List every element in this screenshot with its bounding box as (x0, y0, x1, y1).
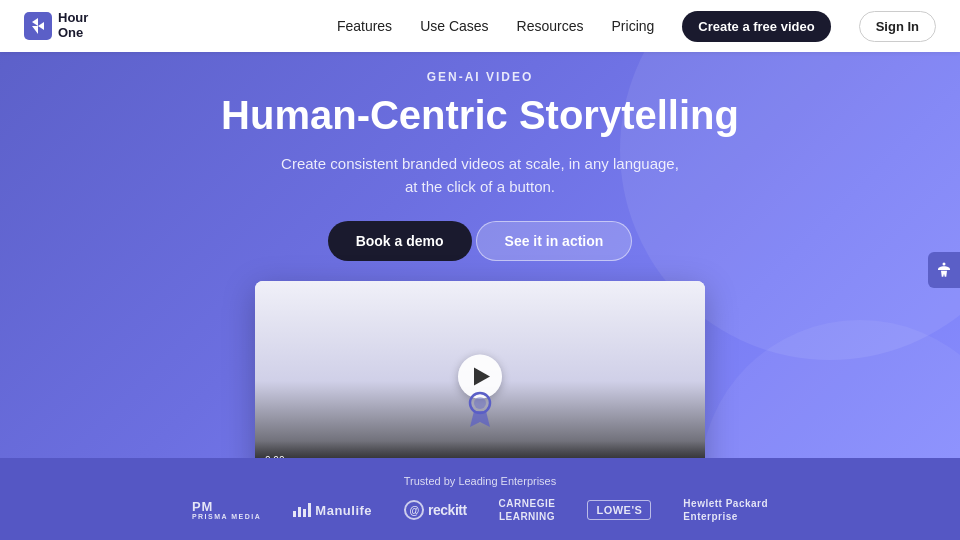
hero-tag: GEN-AI VIDEO (427, 70, 534, 84)
trusted-section: Trusted by Leading Enterprises PM PRISMA… (0, 458, 960, 540)
nav-links: Features Use Cases Resources Pricing Cre… (337, 11, 936, 42)
hero-subtitle: Create consistent branded videos at scal… (281, 152, 679, 199)
logo-prisma-media: PM PRISMA MEDIA (192, 500, 261, 520)
logo-carnegie-learning: CARNEGIELEARNING (499, 497, 556, 523)
hero-buttons: Book a demo See it in action (328, 221, 633, 261)
navbar: Hour One Features Use Cases Resources Pr… (0, 0, 960, 52)
play-icon (474, 367, 490, 385)
sign-in-button[interactable]: Sign In (859, 11, 936, 42)
nav-features[interactable]: Features (337, 18, 392, 34)
svg-point-2 (474, 397, 486, 409)
logo-lowes: LOWE'S (587, 500, 651, 520)
book-demo-button[interactable]: Book a demo (328, 221, 472, 261)
create-free-video-button[interactable]: Create a free video (682, 11, 830, 42)
nav-resources[interactable]: Resources (517, 18, 584, 34)
logo-icon (24, 12, 52, 40)
trusted-label: Trusted by Leading Enterprises (404, 475, 556, 487)
award-icon (464, 389, 496, 429)
accessibility-icon (935, 261, 953, 279)
logo-text: Hour One (58, 11, 88, 41)
accessibility-button[interactable] (928, 252, 960, 288)
nav-use-cases[interactable]: Use Cases (420, 18, 488, 34)
logo-reckitt: @ reckitt (404, 500, 467, 520)
video-inner: 0:00 🔇 ⛶ (255, 281, 705, 481)
see-in-action-button[interactable]: See it in action (476, 221, 633, 261)
video-player[interactable]: 0:00 🔇 ⛶ (255, 281, 705, 481)
hero-section: GEN-AI VIDEO Human-Centric Storytelling … (0, 0, 960, 540)
logo-manulife: Manulife (293, 503, 372, 518)
logos-row: PM PRISMA MEDIA Manulife @ reckitt (192, 497, 768, 523)
logo-hp-enterprise: Hewlett PackardEnterprise (683, 497, 768, 523)
nav-pricing[interactable]: Pricing (612, 18, 655, 34)
svg-point-3 (943, 263, 946, 266)
logo[interactable]: Hour One (24, 11, 88, 41)
hero-title: Human-Centric Storytelling (221, 92, 739, 138)
